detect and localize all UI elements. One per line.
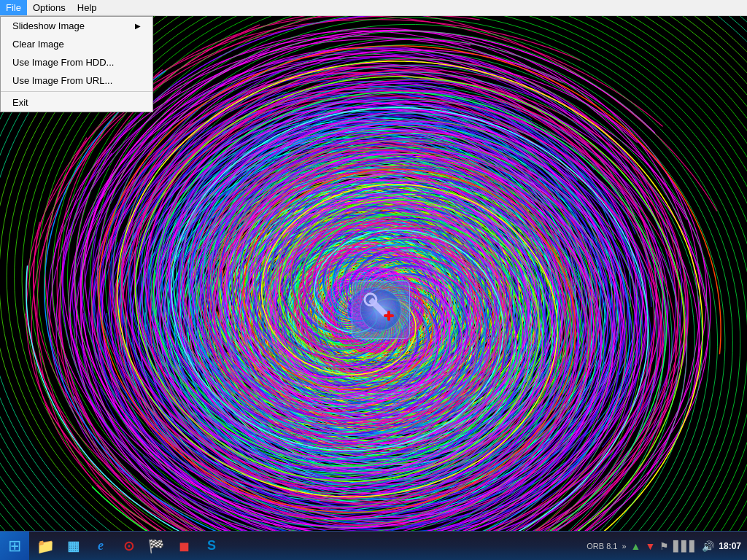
metro-icon: ▦: [67, 538, 80, 554]
taskbar-red-app[interactable]: ◼: [171, 533, 197, 559]
app-icon-inner: [352, 281, 410, 339]
flag-app-icon: 🏁: [148, 538, 164, 554]
menu-separator: [1, 91, 152, 92]
app-icon-svg: [359, 288, 403, 332]
file-menu[interactable]: File: [0, 0, 27, 15]
taskbar-right: ORB 8.1 » ▲ ▼ ⚑ ▋▋▋ 🔊 18:07: [581, 540, 747, 552]
file-dropdown: Slideshow Image ▶ Clear Image Use Image …: [0, 16, 153, 112]
orb-label: ORB 8.1: [587, 542, 617, 551]
network-up-icon: ▲: [631, 540, 641, 552]
taskbar-icons: 📁 ▦ e ⊙ 🏁 ◼ S: [29, 533, 581, 559]
help-menu[interactable]: Help: [71, 0, 103, 15]
skype-icon: S: [207, 538, 216, 553]
flag-tray-icon: ⚑: [659, 540, 669, 552]
clock-display: 18:07: [719, 541, 741, 551]
menu-exit[interactable]: Exit: [1, 93, 152, 112]
network-down-icon: ▼: [645, 540, 655, 552]
taskbar-skype[interactable]: S: [198, 533, 225, 559]
signal-bars-icon: ▋▋▋: [673, 540, 697, 552]
red-app-icon: ◼: [179, 538, 190, 554]
taskbar-metro[interactable]: ▦: [60, 533, 86, 559]
taskbar-opera[interactable]: ⊙: [115, 533, 142, 559]
submenu-arrow-icon: ▶: [135, 22, 141, 30]
options-menu[interactable]: Options: [27, 0, 71, 15]
file-explorer-icon: 📁: [36, 537, 55, 555]
orb-arrow-icon: »: [622, 542, 626, 551]
taskbar-ie[interactable]: e: [88, 533, 114, 559]
taskbar: ⊞ 📁 ▦ e ⊙ 🏁 ◼ S ORB 8.1 » ▲ ▼ ⚑ ▋▋▋ 🔊: [0, 531, 747, 560]
menu-use-url[interactable]: Use Image From URL...: [1, 71, 152, 90]
volume-icon: 🔊: [702, 540, 714, 552]
app-icon: [352, 281, 410, 339]
taskbar-flag-app[interactable]: 🏁: [143, 533, 169, 559]
menu-slideshow-image[interactable]: Slideshow Image ▶: [1, 17, 152, 35]
taskbar-file-explorer[interactable]: 📁: [32, 533, 58, 559]
ie-icon: e: [98, 538, 104, 553]
menu-use-hdd[interactable]: Use Image From HDD...: [1, 53, 152, 71]
windows-logo-icon: ⊞: [8, 537, 21, 556]
opera-icon: ⊙: [123, 538, 134, 554]
start-button[interactable]: ⊞: [0, 532, 29, 561]
menu-clear-image[interactable]: Clear Image: [1, 35, 152, 53]
svg-rect-4: [387, 311, 390, 321]
menubar: File Options Help Slideshow Image ▶ Clea…: [0, 0, 747, 16]
